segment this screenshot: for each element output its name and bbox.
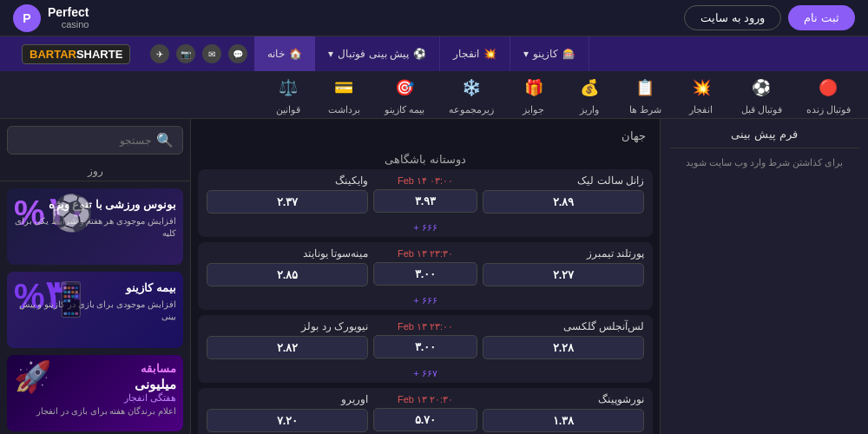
away-team-col-4: اوریرو ۷.۲۰: [207, 393, 368, 432]
navbar: 🎰 کازینو ▾ 💥 انفجار ⚽ پیش بینی فوتبال ▾ …: [0, 36, 868, 71]
subnav-group-label: زیرمجموعه: [449, 104, 494, 115]
subnav-item-withdraw[interactable]: 💳 برداشت: [318, 71, 371, 119]
register-button[interactable]: ثبت نام: [788, 5, 855, 30]
promo-million-title: مسابقه: [36, 362, 176, 377]
home-odds-2[interactable]: ۲.۲۷: [483, 263, 644, 286]
match-time-3: ۲۳:۰۰ Feb ۱۳: [373, 321, 477, 332]
social-icons: 💬 ✉ 📷 ✈: [150, 44, 247, 63]
home-icon: 🏠: [289, 48, 302, 60]
friendly-league-title: دوستانه باشگاهی: [198, 153, 653, 166]
home-odds-4[interactable]: ۱.۳۸: [483, 409, 644, 432]
away-odds-3[interactable]: ۲.۸۲: [207, 336, 368, 359]
promo-million-game: هفتگی انفجار: [36, 392, 176, 404]
home-odds-3[interactable]: ۲.۲۸: [483, 336, 644, 359]
sidebar-title: فرم پیش بینی: [669, 128, 859, 148]
promo-card-casino[interactable]: %۳۰ بیمه کازینو افزایش موجودی برای بازی …: [7, 272, 183, 348]
nav-football-label: پیش بینی فوتبال: [338, 48, 409, 60]
subnav-item-prizes[interactable]: 🎁 جوایز: [508, 71, 560, 119]
dropdown2-icon: ▾: [328, 48, 333, 60]
home-odds-1[interactable]: ۲.۸۹: [483, 190, 644, 214]
dropdown-icon: ▾: [523, 48, 529, 60]
subnav-item-deposit[interactable]: 💰 واریز: [563, 71, 615, 119]
draw-odds-2[interactable]: ۳.۰۰: [373, 262, 477, 286]
whatsapp-icon[interactable]: 💬: [228, 44, 247, 63]
home-team-col-2: پورتلند تیمبرز ۲.۲۷: [483, 247, 644, 286]
football-icon: ⚽: [413, 48, 426, 60]
login-button[interactable]: ورود به سایت: [684, 5, 781, 30]
telegram-icon[interactable]: ✈: [150, 44, 169, 63]
logo-text: Perfect casino: [48, 5, 89, 31]
subnav-withdraw-label: برداشت: [328, 104, 360, 115]
home-team-col-4: نورشوپینگ ۱.۳۸: [483, 393, 644, 432]
more-bets-2[interactable]: ۶۶۶ +: [198, 292, 653, 310]
match-card-2: پورتلند تیمبرز ۲.۲۷ ۲۳:۳۰ Feb ۱۳ ۳.۰۰ می…: [198, 242, 653, 310]
home-team-col-3: لس‌آنجلس گلکسی ۲.۲۸: [483, 320, 644, 359]
group-icon: ❄️: [458, 75, 484, 101]
away-odds-4[interactable]: ۷.۲۰: [207, 409, 368, 432]
nav-explosion-label: انفجار: [453, 48, 479, 60]
away-team-col-1: وایکینگ ۲.۳۷: [207, 174, 368, 214]
logo-casino: casino: [48, 19, 89, 30]
subnav-item-bets[interactable]: 📋 شرط ها: [619, 71, 672, 119]
draw-odds-3[interactable]: ۳.۰۰: [373, 335, 477, 358]
more-bets-1[interactable]: ۶۶۶ +: [198, 219, 653, 237]
subnav-explosion-icon: 💥: [688, 75, 714, 101]
search-icon: 🔍: [156, 132, 174, 148]
search-input[interactable]: [16, 135, 151, 147]
email-icon[interactable]: ✉: [202, 44, 221, 63]
rules-icon: ⚖️: [275, 75, 301, 101]
search-box[interactable]: 🔍: [7, 126, 183, 155]
home-team-4: نورشوپینگ: [483, 393, 644, 405]
nav-link-home[interactable]: 🏠 خانه: [254, 36, 315, 71]
nav-link-football[interactable]: ⚽ پیش بینی فوتبال ▾: [315, 36, 440, 71]
match-row-2: پورتلند تیمبرز ۲.۲۷ ۲۳:۳۰ Feb ۱۳ ۳.۰۰ می…: [198, 242, 653, 292]
more-bets-3[interactable]: ۶۶۷ +: [198, 365, 653, 383]
header-buttons: ثبت نام ورود به سایت: [684, 5, 855, 30]
match-time-4: ۲۰:۳۰ Feb ۱۳: [373, 394, 477, 405]
match-center-3: ۲۳:۰۰ Feb ۱۳ ۳.۰۰: [373, 321, 477, 358]
promo-card-million[interactable]: مسابقه میلیونی هفتگی انفجار اعلام برندگا…: [7, 355, 183, 431]
subnav-item-explosion[interactable]: 💥 انفجار: [675, 71, 727, 119]
explosion-icon: 💥: [483, 48, 496, 60]
nav-casino-label: کازینو: [533, 48, 558, 60]
match-row-4: نورشوپینگ ۱.۳۸ ۲۰:۳۰ Feb ۱۳ ۵.۷۰ اوریرو …: [198, 388, 653, 434]
day-label: روز: [0, 161, 190, 181]
subnav-item-football-prev[interactable]: ⚽ فوتبال قبل: [731, 71, 792, 119]
subnav-insurance-label: بیمه کازینو: [385, 104, 424, 115]
football-live-icon: 🔴: [815, 75, 841, 101]
match-center-2: ۲۳:۳۰ Feb ۱۳ ۳.۰۰: [373, 248, 477, 286]
logo-icon[interactable]: P: [13, 4, 41, 32]
subnav-item-football-live[interactable]: 🔴 فوتبال زنده: [796, 71, 861, 119]
subnav-bets-label: شرط ها: [629, 104, 661, 115]
section-world: جهان: [198, 126, 653, 146]
subnav-rules-label: قوانین: [276, 104, 300, 115]
sharte-logo[interactable]: SHARTE BARTAR: [22, 44, 130, 64]
subnav-item-rules[interactable]: ⚖️ قوانین: [262, 71, 314, 119]
draw-odds-1[interactable]: ۳.۹۳: [373, 189, 477, 213]
match-row-1: زانل سالت لیک ۲.۸۹ ۰۳:۰۰ Feb ۱۴ ۳.۹۳ وای…: [198, 169, 653, 219]
bartar-text: BARTAR: [30, 48, 76, 61]
subnav-deposit-label: واریز: [580, 104, 599, 115]
home-team-3: لس‌آنجلس گلکسی: [483, 320, 644, 332]
withdraw-icon: 💳: [331, 75, 357, 101]
subnav-item-group[interactable]: ❄️ زیرمجموعه: [438, 71, 504, 119]
away-team-col-3: نیویورک رد بولز ۲.۸۲: [207, 320, 368, 359]
promo-card-sports[interactable]: %۱۰ بونوس ورزشی با تنوع ویژه افزایش موجو…: [7, 188, 183, 265]
subnav-prizes-label: جوایز: [523, 104, 544, 115]
away-odds-1[interactable]: ۲.۳۷: [207, 190, 368, 214]
casino-icon: 🎰: [562, 48, 575, 60]
subnav-football-prev-label: فوتبال قبل: [741, 104, 782, 115]
draw-odds-4[interactable]: ۵.۷۰: [373, 408, 477, 431]
match-time-1: ۰۳:۰۰ Feb ۱۴: [373, 175, 477, 187]
match-center-4: ۲۰:۳۰ Feb ۱۳ ۵.۷۰: [373, 394, 477, 431]
instagram-icon[interactable]: 📷: [176, 44, 195, 63]
nav-link-explosion[interactable]: 💥 انفجار: [440, 36, 510, 71]
subnav-football-live-label: فوتبال زنده: [806, 104, 851, 115]
subnav-item-insurance[interactable]: 🎯 بیمه کازینو: [374, 71, 435, 119]
away-odds-2[interactable]: ۲.۸۵: [207, 263, 368, 286]
center-content: جهان دوستانه باشگاهی زانل سالت لیک ۲.۸۹ …: [191, 119, 660, 434]
away-team-1: وایکینگ: [207, 174, 368, 187]
main-layout: فرم پیش بینی برای کذاشتن شرط وارد وب سای…: [0, 119, 868, 434]
nav-link-casino[interactable]: 🎰 کازینو ▾: [510, 36, 589, 71]
away-team-3: نیویورک رد بولز: [207, 320, 368, 332]
